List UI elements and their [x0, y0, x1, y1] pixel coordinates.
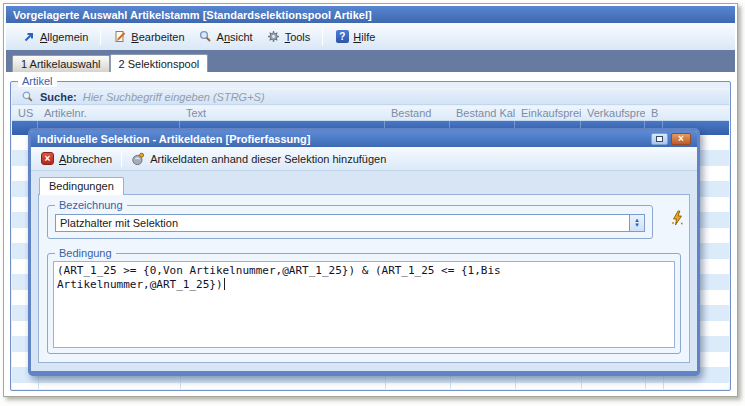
lightning-icon — [670, 210, 685, 226]
magnifier-icon — [199, 30, 213, 44]
gear-icon — [267, 30, 281, 44]
close-icon: × — [678, 134, 684, 144]
restore-button[interactable] — [651, 133, 668, 145]
artikeldaten-hinzufuegen-button[interactable]: Artikeldaten anhand dieser Selektion hin… — [127, 150, 390, 168]
menu-item-label: Hilfe — [353, 31, 375, 43]
bezeichnung-group-label: Bezeichnung — [55, 199, 127, 211]
column-header-b[interactable]: B — [645, 106, 663, 120]
text-caret — [224, 278, 225, 290]
dialog-titlebar[interactable]: Individuelle Selektion - Artikeldaten [P… — [31, 131, 697, 147]
search-bar: Suche: Hier Suchbegriff eingeben (STRG+S… — [12, 88, 729, 105]
menu-item-label: Allgemein — [40, 31, 88, 43]
spinner-down-icon: ▼ — [634, 223, 640, 228]
selektion-action-button[interactable] — [668, 209, 686, 227]
column-header-verkaufspreis[interactable]: Verkaufspreis — [581, 106, 645, 120]
bezeichnung-selected-value: Platzhalter mit Selektion — [56, 215, 629, 231]
abbrechen-label: Abbrechen — [59, 153, 112, 165]
menu-separator — [100, 29, 101, 45]
bezeichnung-groupbox: Bezeichnung Platzhalter mit Selektion ▲ … — [47, 205, 653, 239]
menu-item-tools[interactable]: Tools — [261, 28, 317, 46]
menu-item-ansicht[interactable]: Ansicht — [193, 28, 259, 46]
main-tabstrip: 1 Artikelauswahl 2 Selektionspool — [6, 50, 735, 72]
menu-item-label: Ansicht — [217, 31, 253, 43]
restore-icon — [656, 136, 663, 142]
search-icon — [20, 90, 34, 104]
toolbar-separator — [121, 151, 122, 167]
menu-bar: Allgemein Bearbeiten Ansicht Tools — [6, 23, 735, 50]
bedingungen-panel: Bezeichnung Platzhalter mit Selektion ▲ … — [38, 194, 690, 363]
screen: Vorgelagerte Auswahl Artikelstamm [Stand… — [0, 0, 745, 406]
main-window-titlebar[interactable]: Vorgelagerte Auswahl Artikelstamm [Stand… — [6, 6, 735, 23]
abbrechen-button[interactable]: × Abbrechen — [37, 150, 116, 167]
menu-item-allgemein[interactable]: Allgemein — [16, 28, 94, 46]
artikel-group-label: Artikel — [18, 75, 57, 87]
search-input[interactable]: Hier Suchbegriff eingeben (STRG+S) — [83, 91, 265, 103]
tab-selektionspool[interactable]: 2 Selektionspool — [110, 54, 209, 72]
column-header-text[interactable]: Text — [180, 106, 385, 120]
menu-item-bearbeiten[interactable]: Bearbeiten — [107, 28, 190, 46]
table-header-row: US Artikelnr. Text Bestand Bestand Kalk.… — [12, 106, 729, 121]
add-selection-icon — [131, 152, 145, 166]
dialog-body: Bedingungen Bezeichnung Platzhalter mit … — [31, 171, 697, 371]
hinzufuegen-label: Artikeldaten anhand dieser Selektion hin… — [150, 153, 386, 165]
tab-bedingungen[interactable]: Bedingungen — [39, 177, 124, 195]
bezeichnung-select[interactable]: Platzhalter mit Selektion ▲ ▼ — [55, 214, 645, 232]
tab-artikelauswahl[interactable]: 1 Artikelauswahl — [12, 55, 110, 72]
bedingung-groupbox: Bedingung (ART_1_25 >= {0,Von Artikelnum… — [47, 253, 681, 354]
help-icon: ? — [335, 30, 349, 44]
column-header-artikelnr[interactable]: Artikelnr. — [38, 106, 180, 120]
search-label: Suche: — [40, 91, 77, 103]
menu-item-hilfe[interactable]: ? Hilfe — [329, 28, 381, 46]
dialog-toolbar: × Abbrechen Artikeldaten anhand dieser S… — [31, 147, 697, 171]
column-header-filler — [663, 106, 729, 120]
edit-icon — [113, 30, 127, 44]
menu-item-label: Bearbeiten — [131, 31, 184, 43]
individuelle-selektion-dialog: Individuelle Selektion - Artikeldaten [P… — [28, 128, 700, 376]
menu-separator — [322, 29, 323, 45]
column-header-einkaufspreis[interactable]: Einkaufspreis — [515, 106, 581, 120]
menu-item-label: Tools — [285, 31, 311, 43]
bedingung-text: (ART_1_25 >= {0,Von Artikelnummer,@ART_1… — [57, 264, 507, 291]
combo-dropdown-button[interactable]: ▲ ▼ — [629, 215, 644, 231]
arrow-up-right-icon — [22, 30, 36, 44]
main-window-title: Vorgelagerte Auswahl Artikelstamm [Stand… — [13, 9, 372, 21]
bedingung-group-label: Bedingung — [55, 247, 116, 259]
close-button[interactable]: × — [671, 133, 691, 145]
column-header-us[interactable]: US — [12, 106, 38, 120]
bedingung-editor[interactable]: (ART_1_25 >= {0,Von Artikelnummer,@ART_1… — [53, 261, 675, 348]
column-header-bestand-kalk[interactable]: Bestand Kalk. — [450, 106, 515, 120]
cancel-x-icon: × — [41, 152, 54, 165]
column-header-bestand[interactable]: Bestand — [385, 106, 450, 120]
dialog-title: Individuelle Selektion - Artikeldaten [P… — [37, 133, 310, 145]
